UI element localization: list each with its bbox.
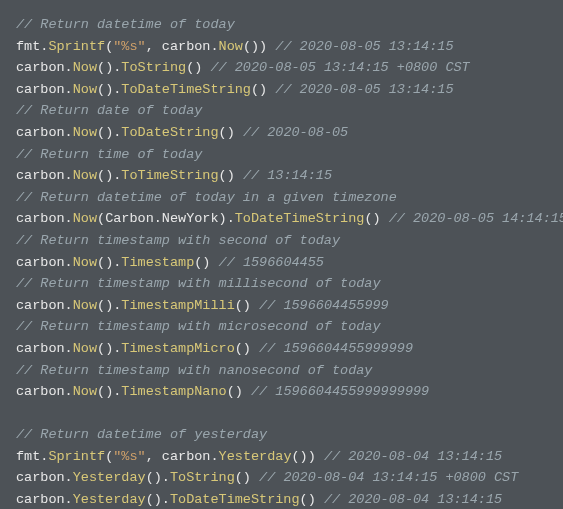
code-token: (). [97, 82, 121, 97]
code-token: Now [219, 39, 243, 54]
code-token: , carbon. [146, 39, 219, 54]
code-line: // Return timestamp with second of today [16, 230, 547, 252]
code-token: // 13:14:15 [243, 168, 332, 183]
code-line [16, 403, 547, 425]
code-token: carbon [16, 60, 65, 75]
code-token: fmt [16, 39, 40, 54]
code-token: (). [97, 341, 121, 356]
code-token: // Return timestamp with microsecond of … [16, 319, 381, 334]
code-token: // 2020-08-04 13:14:15 [324, 492, 502, 507]
code-token: // Return time of today [16, 147, 202, 162]
code-line: // Return timestamp with millisecond of … [16, 273, 547, 295]
code-token: Timestamp [121, 255, 194, 270]
code-line: carbon.Yesterday().ToDateTimeString() //… [16, 489, 547, 509]
code-token: // 2020-08-04 13:14:15 [324, 449, 502, 464]
code-token: . [65, 341, 73, 356]
code-line: carbon.Now().ToTimeString() // 13:14:15 [16, 165, 547, 187]
code-line: carbon.Now(Carbon.NewYork).ToDateTimeStr… [16, 208, 547, 230]
code-line: // Return date of today [16, 100, 547, 122]
code-token: carbon [16, 384, 65, 399]
code-line: carbon.Now().ToDateTimeString() // 2020-… [16, 79, 547, 101]
code-token: Now [73, 60, 97, 75]
code-token: ToDateTimeString [170, 492, 300, 507]
code-token: (). [146, 492, 170, 507]
code-token: Sprintf [48, 449, 105, 464]
code-token: carbon [16, 298, 65, 313]
code-token: // Return datetime of yesterday [16, 427, 267, 442]
code-token: Sprintf [48, 39, 105, 54]
code-token: carbon [16, 168, 65, 183]
code-token: Yesterday [73, 470, 146, 485]
code-token: . [65, 298, 73, 313]
code-token: (). [97, 125, 121, 140]
code-token: . [65, 125, 73, 140]
code-token: (Carbon.NewYork). [97, 211, 235, 226]
code-line: fmt.Sprintf("%s", carbon.Yesterday()) //… [16, 446, 547, 468]
code-token: // 2020-08-05 13:14:15 [275, 82, 453, 97]
code-block: // Return datetime of todayfmt.Sprintf("… [16, 14, 547, 509]
code-token: // 1596604455999 [259, 298, 389, 313]
code-token: fmt [16, 449, 40, 464]
code-token: , carbon. [146, 449, 219, 464]
code-token: // 2020-08-05 13:14:15 +0800 CST [210, 60, 469, 75]
code-token: // Return timestamp with millisecond of … [16, 276, 381, 291]
code-line: carbon.Now().TimestampMicro() // 1596604… [16, 338, 547, 360]
code-token: . [65, 60, 73, 75]
code-token: TimestampMicro [121, 341, 234, 356]
code-line: // Return datetime of yesterday [16, 424, 547, 446]
code-token: Now [73, 384, 97, 399]
code-token: . [65, 255, 73, 270]
code-line: carbon.Now().TimestampMilli() // 1596604… [16, 295, 547, 317]
code-token: TimestampNano [121, 384, 226, 399]
code-token: // 2020-08-05 13:14:15 [275, 39, 453, 54]
code-token: Now [73, 168, 97, 183]
code-token: // Return timestamp with nanosecond of t… [16, 363, 372, 378]
code-line: carbon.Now().Timestamp() // 1596604455 [16, 252, 547, 274]
code-line: // Return time of today [16, 144, 547, 166]
code-token: () [235, 470, 259, 485]
code-line: carbon.Yesterday().ToString() // 2020-08… [16, 467, 547, 489]
code-token: // Return datetime of today in a given t… [16, 190, 397, 205]
code-token: carbon [16, 492, 65, 507]
code-token: // Return date of today [16, 103, 202, 118]
code-token: // 2020-08-04 13:14:15 +0800 CST [259, 470, 518, 485]
code-token: ToString [121, 60, 186, 75]
code-token: Now [73, 255, 97, 270]
code-token: carbon [16, 255, 65, 270]
code-token: ToTimeString [121, 168, 218, 183]
code-token: // 2020-08-05 [243, 125, 348, 140]
code-token: . [65, 211, 73, 226]
code-token: // 2020-08-05 14:14:15 [389, 211, 563, 226]
code-line: // Return datetime of today in a given t… [16, 187, 547, 209]
code-token: // 1596604455 [219, 255, 324, 270]
code-line: carbon.Now().ToDateString() // 2020-08-0… [16, 122, 547, 144]
code-token: () [227, 384, 251, 399]
code-token: () [219, 125, 243, 140]
code-token [16, 406, 24, 421]
code-line: // Return datetime of today [16, 14, 547, 36]
code-token: (). [97, 298, 121, 313]
code-token: . [65, 384, 73, 399]
code-token: carbon [16, 82, 65, 97]
code-token: . [65, 82, 73, 97]
code-token: (). [97, 255, 121, 270]
code-token: (). [97, 168, 121, 183]
code-token: // 1596604455999999999 [251, 384, 429, 399]
code-token: carbon [16, 470, 65, 485]
code-token: "%s" [113, 39, 145, 54]
code-token: () [219, 168, 243, 183]
code-line: // Return timestamp with microsecond of … [16, 316, 547, 338]
code-token: () [194, 255, 218, 270]
code-token: ToDateString [121, 125, 218, 140]
code-token: Now [73, 82, 97, 97]
code-token: () [235, 298, 259, 313]
code-line: carbon.Now().ToString() // 2020-08-05 13… [16, 57, 547, 79]
code-token: Now [73, 298, 97, 313]
code-token: () [186, 60, 210, 75]
code-token: ToString [170, 470, 235, 485]
code-token: Now [73, 125, 97, 140]
code-token: (). [97, 60, 121, 75]
code-line: fmt.Sprintf("%s", carbon.Now()) // 2020-… [16, 36, 547, 58]
code-token: (). [97, 384, 121, 399]
code-token: "%s" [113, 449, 145, 464]
